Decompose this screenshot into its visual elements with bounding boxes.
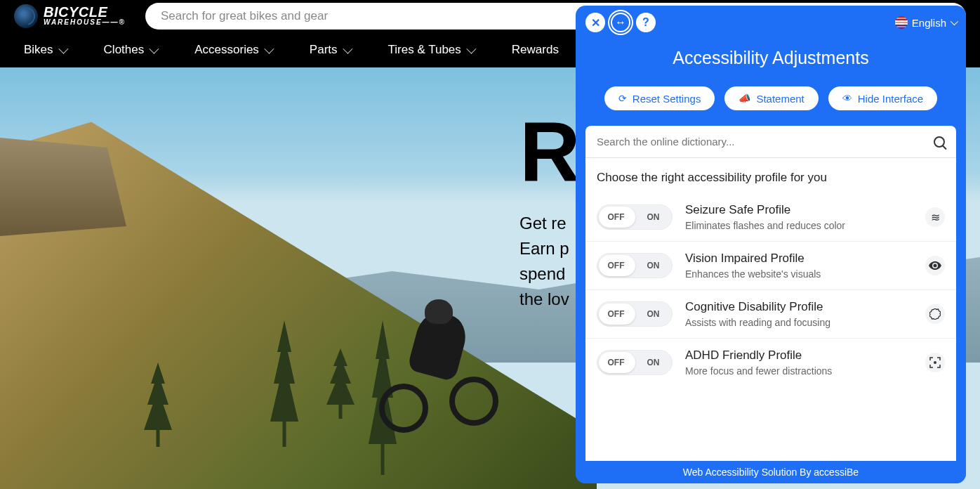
a11y-topbar: ✕ ↔ ? English (576, 6, 966, 39)
profile-desc: Eliminates flashes and reduces color (685, 220, 913, 231)
statement-button[interactable]: 📣 Statement (724, 86, 818, 110)
profile-title: ADHD Friendly Profile (685, 348, 913, 363)
svg-point-0 (934, 361, 936, 364)
arrows-horizontal-icon: ↔ (615, 16, 626, 29)
a11y-actions: ⟳ Reset Settings 📣 Statement 👁 Hide Inte… (576, 86, 966, 110)
nav-rewards[interactable]: Rewards (512, 43, 559, 57)
nav-accessories[interactable]: Accessories (194, 43, 272, 57)
biker-graphic (379, 292, 505, 433)
eye-off-icon: 👁 (842, 93, 852, 104)
chevron-down-icon (343, 44, 352, 53)
profile-desc: More focus and fewer distractions (685, 365, 913, 377)
hero-body: Get re Earn p spend the lov (519, 211, 579, 312)
nav-parts[interactable]: Parts (310, 43, 350, 57)
close-button[interactable]: ✕ (585, 13, 605, 32)
profile-cognitive-disability: OFF ON Cognitive Disability Profile Assi… (585, 290, 956, 339)
a11y-footer[interactable]: Web Accessibility Solution By accessiBe (576, 461, 966, 483)
profile-seizure-safe: OFF ON Seizure Safe Profile Eliminates f… (585, 193, 956, 242)
profile-title: Cognitive Disability Profile (685, 300, 913, 314)
nav-bikes[interactable]: Bikes (24, 43, 66, 57)
toggle-adhd-friendly[interactable]: OFF ON (597, 350, 673, 375)
hero-title: R (519, 110, 579, 194)
profile-title: Seizure Safe Profile (685, 203, 913, 217)
focus-icon (925, 353, 945, 372)
question-icon: ? (642, 16, 649, 29)
close-icon: ✕ (591, 16, 600, 30)
dictionary-search (585, 126, 956, 158)
logo-sub-text: WAREHOUSE——® (44, 18, 126, 26)
nav-clothes[interactable]: Clothes (104, 43, 157, 57)
toggle-seizure-safe[interactable]: OFF ON (597, 204, 673, 230)
hero-text-block: R Get re Earn p spend the lov (519, 110, 579, 312)
reset-settings-button[interactable]: ⟳ Reset Settings (604, 86, 715, 110)
profile-adhd-friendly: OFF ON ADHD Friendly Profile More focus … (585, 339, 956, 386)
toggle-cognitive-disability[interactable]: OFF ON (597, 301, 673, 327)
megaphone-icon: 📣 (739, 93, 750, 104)
profile-vision-impaired: OFF ON Vision Impaired Profile Enhances … (585, 242, 956, 290)
chevron-down-icon (466, 44, 476, 53)
chevron-down-icon (264, 44, 274, 53)
chevron-down-icon (58, 44, 68, 53)
toggle-vision-impaired[interactable]: OFF ON (597, 253, 673, 278)
rock-graphic (0, 138, 126, 236)
dictionary-input[interactable] (597, 136, 934, 148)
profile-title: Vision Impaired Profile (685, 252, 913, 266)
refresh-icon: ⟳ (618, 93, 627, 104)
logo[interactable]: BICYCLE WAREHOUSE——® (14, 4, 126, 28)
chevron-down-icon (951, 18, 958, 25)
logo-main-text: BICYCLE (44, 6, 126, 18)
accessibility-panel: ✕ ↔ ? English Accessibility Adjustments … (576, 6, 966, 483)
help-button[interactable]: ? (636, 13, 656, 32)
a11y-body: Choose the right accessibility profile f… (585, 126, 956, 461)
profile-heading: Choose the right accessibility profile f… (585, 158, 956, 193)
profile-desc: Enhances the website's visuals (685, 268, 913, 280)
profile-desc: Assists with reading and focusing (685, 317, 913, 328)
search-icon[interactable] (934, 136, 945, 148)
badge-icon (925, 304, 945, 324)
language-label: English (912, 17, 946, 29)
wave-icon: ≋ (925, 207, 945, 227)
hide-interface-button[interactable]: 👁 Hide Interface (828, 86, 937, 110)
logo-swirl-icon (14, 4, 38, 28)
chevron-down-icon (150, 44, 159, 53)
nav-tires[interactable]: Tires & Tubes (388, 43, 474, 57)
a11y-title: Accessibility Adjustments (576, 48, 966, 68)
language-selector[interactable]: English (895, 16, 956, 29)
eye-icon (925, 256, 945, 275)
position-toggle-button[interactable]: ↔ (611, 13, 630, 32)
flag-us-icon (895, 16, 908, 29)
